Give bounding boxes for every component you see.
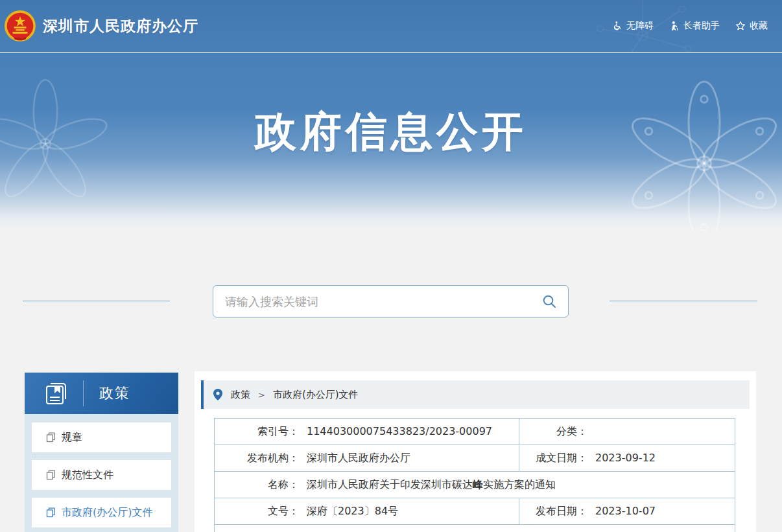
- top-header: 深圳市人民政府办公厅 无障碍: [0, 0, 782, 52]
- elder-person-icon: [669, 21, 680, 31]
- breadcrumb: 政策 > 市政府(办公厅)文件: [201, 380, 750, 409]
- table-row-name: 名称：深圳市人民政府关于印发深圳市碳达峰实施方案的通知: [215, 472, 735, 498]
- elder-assistant-link[interactable]: 长者助手: [669, 20, 720, 32]
- accessibility-icon: [613, 21, 622, 31]
- sidebar-header-divider: [83, 380, 84, 406]
- accessibility-link[interactable]: 无障碍: [613, 20, 654, 32]
- sidebar-items: 规章 规范性文件 市政府(办公厅)文件: [25, 414, 178, 532]
- sidebar-item-normative-documents[interactable]: 规范性文件: [32, 460, 171, 490]
- table-row-publisher: 发布机构：深圳市人民政府办公厅 成文日期：2023-09-12: [215, 445, 735, 472]
- sidebar-item-regulations[interactable]: 规章: [32, 422, 171, 452]
- site-title: 深圳市人民政府办公厅: [43, 16, 198, 36]
- field-value: 2023-09-12: [595, 452, 656, 464]
- table-row-doc-number: 文号：深府〔2023〕84号 发布日期：2023-10-07: [215, 498, 735, 525]
- field-value: 深府〔2023〕84号: [307, 505, 398, 517]
- cell-publisher: 发布机构：深圳市人民政府办公厅: [215, 445, 519, 472]
- content-panel: 政策 > 市政府(办公厅)文件 索引号：114403000075433823/2…: [195, 371, 756, 532]
- breadcrumb-separator: >: [258, 390, 265, 400]
- table-row-partial: [215, 525, 735, 532]
- policy-book-icon: [43, 380, 70, 407]
- document-icon: [46, 470, 56, 480]
- field-value: 深圳市人民政府关于印发深圳市碳达峰实施方案的通知: [307, 478, 556, 491]
- sidebar: 政策 规章 规范性文件: [25, 373, 178, 532]
- header-links: 无障碍 长者助手 收藏: [613, 20, 768, 32]
- document-icon: [46, 432, 56, 443]
- sidebar-item-label: 市政府(办公厅)文件: [62, 506, 152, 520]
- sidebar-item-label: 规章: [62, 431, 82, 445]
- field-label: 发布机构：: [215, 452, 299, 465]
- cell-index-number: 索引号：114403000075433823/2023-00097: [215, 419, 519, 445]
- field-value: 深圳市人民政府办公厅: [307, 452, 410, 464]
- field-label: 发布日期：: [519, 505, 587, 518]
- banner: 政府信息公开: [0, 53, 782, 231]
- breadcrumb-link-municipal-documents[interactable]: 市政府(办公厅)文件: [273, 389, 359, 401]
- search-box: [213, 285, 569, 318]
- favorite-link[interactable]: 收藏: [735, 20, 768, 32]
- search-button[interactable]: [541, 293, 558, 310]
- sidebar-item-label: 规范性文件: [62, 468, 113, 482]
- cell-document-name: 名称：深圳市人民政府关于印发深圳市碳达峰实施方案的通知: [215, 472, 735, 498]
- field-label: 成文日期：: [519, 452, 587, 465]
- site-home-link[interactable]: 深圳市人民政府办公厅: [4, 10, 198, 42]
- cell-partial: [215, 525, 735, 532]
- field-label: 索引号：: [215, 425, 299, 439]
- favorite-label: 收藏: [750, 20, 768, 32]
- document-meta-table: 索引号：114403000075433823/2023-00097 分类： 发布…: [214, 418, 735, 532]
- table-row-index: 索引号：114403000075433823/2023-00097 分类：: [215, 419, 735, 445]
- national-emblem-icon: [4, 10, 36, 42]
- document-icon: [46, 507, 56, 518]
- divider-line-left: [23, 301, 170, 301]
- location-pin-icon: [213, 389, 222, 400]
- field-value: 2023-10-07: [595, 505, 656, 517]
- field-label: 文号：: [215, 505, 299, 518]
- accessibility-label: 无障碍: [626, 20, 654, 32]
- field-label: 分类：: [519, 425, 587, 439]
- page-title: 政府信息公开: [0, 104, 782, 160]
- star-icon: [735, 21, 746, 31]
- cell-doc-number: 文号：深府〔2023〕84号: [215, 498, 519, 525]
- sidebar-item-municipal-government-documents[interactable]: 市政府(办公厅)文件: [32, 498, 171, 527]
- search-icon: [542, 294, 556, 308]
- field-value: 114403000075433823/2023-00097: [307, 425, 492, 437]
- divider-line-right: [610, 301, 757, 301]
- cell-publish-date: 发布日期：2023-10-07: [519, 498, 735, 525]
- field-label: 名称：: [215, 478, 299, 492]
- search-input[interactable]: [225, 295, 541, 308]
- breadcrumb-link-policy[interactable]: 政策: [231, 389, 250, 401]
- sidebar-header: 政策: [25, 373, 178, 414]
- sidebar-title: 政策: [99, 384, 130, 403]
- highlighted-keyword: 峰: [473, 478, 483, 491]
- cell-written-date: 成文日期：2023-09-12: [519, 445, 735, 472]
- page: 深圳市人民政府办公厅 无障碍: [0, 0, 782, 532]
- elder-assistant-label: 长者助手: [683, 20, 720, 32]
- cell-category: 分类：: [519, 419, 735, 445]
